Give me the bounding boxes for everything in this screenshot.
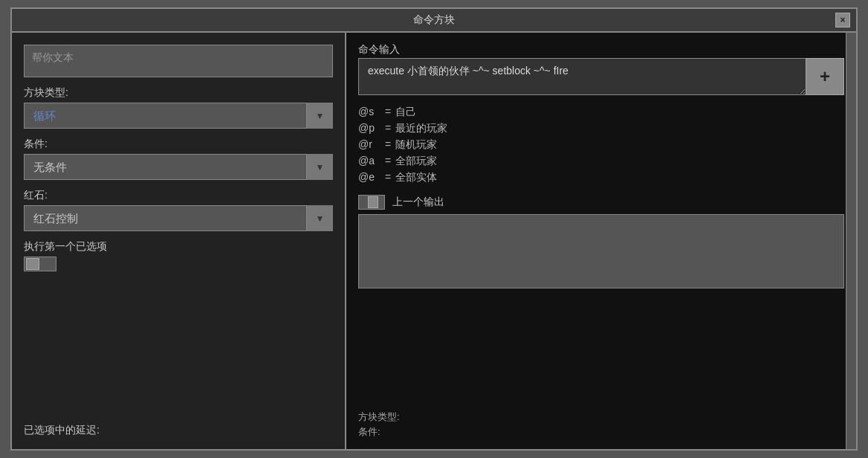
output-toggle[interactable] [358,195,385,210]
block-type-dropdown-wrapper: 循环 ▼ [24,103,333,129]
title-bar: 命令方块 × [12,9,856,33]
execute-first-section: 执行第一个已选项 [24,240,333,271]
condition-dropdown-wrapper: 无条件 ▼ [24,154,333,180]
selector-desc-r: 随机玩家 [395,138,437,152]
execute-first-label: 执行第一个已选项 [24,240,333,254]
execute-first-toggle[interactable] [24,257,56,271]
delay-label: 已选项中的延迟: [24,424,333,437]
cmd-input-section: 命令输入 + [358,43,844,95]
selector-row-r: @r = 随机玩家 [358,138,844,152]
selector-desc-a: 全部玩家 [395,155,437,168]
condition-label: 条件: [24,138,333,151]
redstone-dropdown[interactable]: 红石控制 [24,205,333,231]
left-panel: 帮你文本 方块类型: 循环 ▼ 条件: 无条件 ▼ [12,33,346,449]
block-type-dropdown[interactable]: 循环 [24,103,333,129]
block-type-field: 方块类型: 循环 ▼ [24,86,333,129]
bottom-condition-label: 条件: [358,425,844,439]
condition-field: 条件: 无条件 ▼ [24,138,333,180]
execute-first-thumb [26,258,39,270]
selector-desc-s: 自己 [395,106,416,119]
block-type-label: 方块类型: [24,86,333,100]
redstone-field: 红石: 红石控制 ▼ [24,189,333,231]
hint-placeholder-text: 帮你文本 [32,51,74,63]
execute-first-toggle-row [24,257,333,271]
selector-help: @s = 自己 @p = 最近的玩家 @r = 随机玩家 [358,103,844,187]
condition-dropdown[interactable]: 无条件 [24,154,333,180]
selector-eq-a: = [385,155,391,168]
selector-eq-p: = [385,122,391,135]
redstone-dropdown-wrapper: 红石控制 ▼ [24,205,333,231]
selector-row-a: @a = 全部玩家 [358,155,844,168]
selector-row-p: @p = 最近的玩家 [358,122,844,135]
selector-desc-p: 最近的玩家 [395,122,447,135]
selector-key-s: @s [358,106,380,119]
window-title: 命令方块 [413,13,455,27]
selector-key-r: @r [358,138,380,152]
output-box [358,214,844,288]
output-header: 上一个输出 [358,195,844,210]
hint-text-box[interactable]: 帮你文本 [24,45,333,77]
selector-eq-r: = [385,138,391,152]
selector-eq-s: = [385,106,391,119]
bottom-block-type-label: 方块类型: [358,410,844,424]
output-toggle-thumb [368,196,378,208]
bottom-info: 方块类型: 条件: [358,410,844,439]
close-button[interactable]: × [835,13,850,28]
selector-desc-e: 全部实体 [395,171,437,184]
selector-eq-e: = [385,171,391,184]
selector-key-p: @p [358,122,380,135]
selector-key-a: @a [358,155,380,168]
scrollbar[interactable] [846,33,856,449]
cmd-input-field[interactable] [358,58,806,95]
output-label: 上一个输出 [392,196,444,209]
main-content: 帮你文本 方块类型: 循环 ▼ 条件: 无条件 ▼ [12,33,856,449]
command-block-window: 命令方块 × 帮你文本 方块类型: 循环 ▼ 条件: [10,7,858,451]
cmd-input-row: + [358,58,844,95]
cmd-input-label: 命令输入 [358,43,844,57]
right-panel: 命令输入 + @s = 自己 @p = [346,33,856,449]
output-section: 上一个输出 [358,195,844,288]
selector-key-e: @e [358,171,380,184]
selector-row-s: @s = 自己 [358,106,844,119]
cmd-add-button[interactable]: + [806,58,844,95]
selector-row-e: @e = 全部实体 [358,171,844,184]
redstone-label: 红石: [24,189,333,202]
right-wrapper: 命令输入 + @s = 自己 @p = [346,33,856,449]
